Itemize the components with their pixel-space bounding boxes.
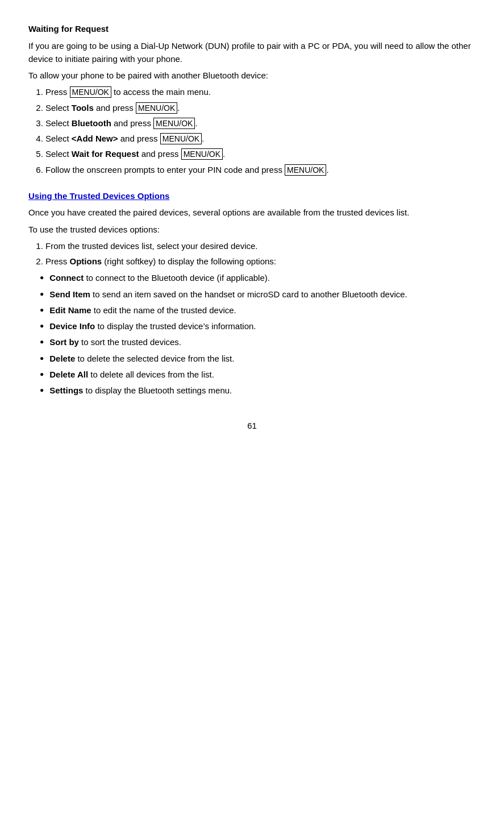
waiting-step-3: Select Bluetooth and press MENU/OK. <box>45 117 476 130</box>
option-connect-text: Connect to connect to the Bluetooth devi… <box>49 271 270 284</box>
menu-ok-key-1: MENU/OK <box>70 86 111 98</box>
sort-by-bold: Sort by <box>49 337 79 347</box>
menu-ok-key-6: MENU/OK <box>285 164 326 176</box>
option-delete-all: Delete All to delete all devices from th… <box>40 368 476 381</box>
waiting-section: Waiting for Request If you are going to … <box>28 23 476 176</box>
option-send-item: Send Item to send an item saved on the h… <box>40 288 476 301</box>
delete-bold: Delete <box>49 354 75 363</box>
waiting-intro-para2: To allow your phone to be paired with an… <box>28 69 476 82</box>
menu-ok-key-2: MENU/OK <box>136 102 177 114</box>
option-device-info: Device Info to display the trusted devic… <box>40 320 476 333</box>
option-device-info-text: Device Info to display the trusted devic… <box>49 320 256 333</box>
trusted-options-list: Connect to connect to the Bluetooth devi… <box>40 271 476 397</box>
option-edit-name-text: Edit Name to edit the name of the truste… <box>49 304 236 317</box>
option-settings: Settings to display the Bluetooth settin… <box>40 384 476 397</box>
waiting-step-6: Follow the onscreen prompts to enter you… <box>45 163 476 176</box>
bluetooth-label: Bluetooth <box>72 118 111 128</box>
add-new-label: <Add New> <box>72 134 118 143</box>
trusted-section-title-text: Using the Trusted Devices Options <box>28 191 169 201</box>
tools-label: Tools <box>72 103 94 113</box>
trusted-steps-list: From the trusted devices list, select yo… <box>45 239 476 268</box>
menu-ok-key-3: MENU/OK <box>153 118 195 129</box>
settings-bold: Settings <box>49 385 83 395</box>
trusted-section: Using the Trusted Devices Options Once y… <box>28 190 476 397</box>
option-sort-by: Sort by to sort the trusted devices. <box>40 335 476 349</box>
option-settings-text: Settings to display the Bluetooth settin… <box>49 384 232 397</box>
trusted-intro-para1: Once you have created the paired devices… <box>28 206 476 219</box>
trusted-step-2: Press Options (right softkey) to display… <box>45 255 476 268</box>
waiting-step-5: Select Wait for Request and press MENU/O… <box>45 147 476 160</box>
options-label: Options <box>70 256 102 266</box>
waiting-step-2: Select Tools and press MENU/OK. <box>45 101 476 114</box>
edit-name-bold: Edit Name <box>49 305 91 315</box>
waiting-step-1: Press MENU/OK to access the main menu. <box>45 85 476 98</box>
option-delete-all-text: Delete All to delete all devices from th… <box>49 368 214 381</box>
option-delete: Delete to delete the selected device fro… <box>40 352 476 365</box>
option-connect: Connect to connect to the Bluetooth devi… <box>40 271 476 284</box>
page-number: 61 <box>28 420 476 433</box>
send-item-bold: Send Item <box>49 289 90 299</box>
option-send-item-text: Send Item to send an item saved on the h… <box>49 288 407 301</box>
option-sort-by-text: Sort by to sort the trusted devices. <box>49 335 181 349</box>
wait-for-request-label: Wait for Request <box>72 149 139 159</box>
waiting-intro-para1: If you are going to be using a Dial-Up N… <box>28 39 476 66</box>
trusted-intro-para2: To use the trusted devices options: <box>28 223 476 236</box>
option-delete-text: Delete to delete the selected device fro… <box>49 352 234 365</box>
connect-bold: Connect <box>49 273 84 283</box>
trusted-step-1: From the trusted devices list, select yo… <box>45 239 476 252</box>
waiting-step-4: Select <Add New> and press MENU/OK. <box>45 132 476 145</box>
waiting-steps-list: Press MENU/OK to access the main menu. S… <box>45 85 476 176</box>
option-edit-name: Edit Name to edit the name of the truste… <box>40 304 476 317</box>
menu-ok-key-5: MENU/OK <box>181 148 223 160</box>
device-info-bold: Device Info <box>49 321 95 331</box>
menu-ok-key-4: MENU/OK <box>160 133 202 144</box>
waiting-section-title: Waiting for Request <box>28 23 476 36</box>
delete-all-bold: Delete All <box>49 370 88 379</box>
trusted-section-title: Using the Trusted Devices Options <box>28 190 476 203</box>
